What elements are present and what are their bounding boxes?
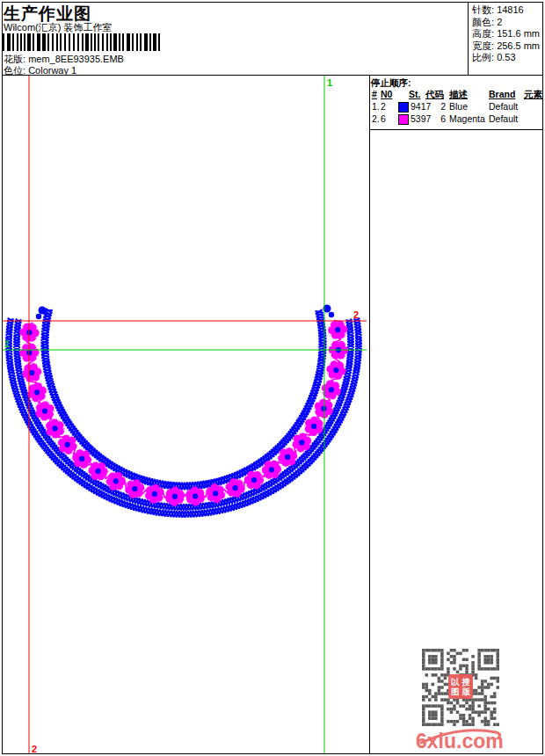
table-row: 2. 6 5397 6 Magenta Default bbox=[370, 113, 543, 126]
col-needle: N0 bbox=[381, 89, 392, 99]
stop-sequence-table: 停止顺序: # N0 St. 代码 描述 Brand 元素 1. 2 9417 … bbox=[370, 77, 543, 129]
colorway-label: 色位: bbox=[4, 65, 25, 76]
worksheet-page: 生产作业图 Wilcom(汇京) 装饰工作室 花版: mem_8EE93935.… bbox=[0, 0, 545, 756]
logo-text: 6xiu.com bbox=[416, 730, 504, 752]
row2-brand: Default bbox=[489, 113, 518, 124]
design-name-value: mem_8EE93935.EMB bbox=[28, 54, 124, 64]
design-barcode bbox=[3, 33, 166, 51]
stamp-char: 搜 bbox=[461, 677, 472, 687]
row2-code: 6 bbox=[423, 113, 446, 124]
row2-color-swatch bbox=[398, 114, 409, 125]
row1-brand: Default bbox=[489, 101, 518, 112]
col-st: St. bbox=[409, 89, 420, 99]
site-logo: 6xiu.com bbox=[414, 721, 509, 752]
colorway-value: Colorway 1 bbox=[28, 65, 76, 76]
row2-desc: Magenta bbox=[449, 113, 485, 124]
stitch-info-panel: 针数: 14816 颜色: 2 高度: 151.6 mm 宽度: 256.5 m… bbox=[472, 4, 542, 64]
color-count-row: 颜色: 2 bbox=[472, 17, 542, 29]
col-brand: Brand bbox=[489, 89, 515, 99]
col-desc: 描述 bbox=[449, 89, 468, 101]
company-name: Wilcom(汇京) 装饰工作室 bbox=[4, 21, 112, 34]
stamp-char: 版 bbox=[461, 687, 472, 696]
stamp-char: 图 bbox=[449, 687, 461, 696]
row1-desc: Blue bbox=[449, 101, 468, 112]
row1-needle: 2 bbox=[381, 101, 386, 112]
table-row: 1. 2 9417 2 Blue Default bbox=[370, 101, 543, 113]
scale-row: 比例: 0.53 bbox=[472, 52, 542, 64]
panel-divider bbox=[369, 75, 370, 754]
row2-needle: 6 bbox=[381, 113, 386, 124]
stamp-char: 以 bbox=[449, 677, 461, 687]
stop-sequence-title: 停止顺序: bbox=[371, 77, 411, 90]
design-name-label: 花版: bbox=[4, 54, 25, 64]
row1-num: 1. bbox=[372, 101, 380, 112]
row1-color-swatch bbox=[398, 102, 409, 113]
red-stamp: 以 搜 图 版 bbox=[448, 674, 473, 699]
col-num: # bbox=[372, 89, 377, 99]
col-code: 代码 bbox=[425, 89, 444, 101]
colorway-row: 色位: Colorway 1 bbox=[4, 64, 76, 77]
row2-num: 2. bbox=[372, 113, 380, 124]
info-divider bbox=[468, 2, 469, 76]
col-element: 元素 bbox=[524, 89, 542, 101]
height-row: 高度: 151.6 mm bbox=[472, 28, 542, 40]
header-divider bbox=[2, 75, 543, 76]
table-header-row: # N0 St. 代码 描述 Brand 元素 bbox=[370, 89, 543, 101]
table-bottom-divider bbox=[369, 129, 543, 130]
row1-code: 2 bbox=[423, 101, 446, 112]
width-row: 宽度: 256.5 mm bbox=[472, 40, 542, 53]
stitch-count-row: 针数: 14816 bbox=[472, 4, 542, 17]
